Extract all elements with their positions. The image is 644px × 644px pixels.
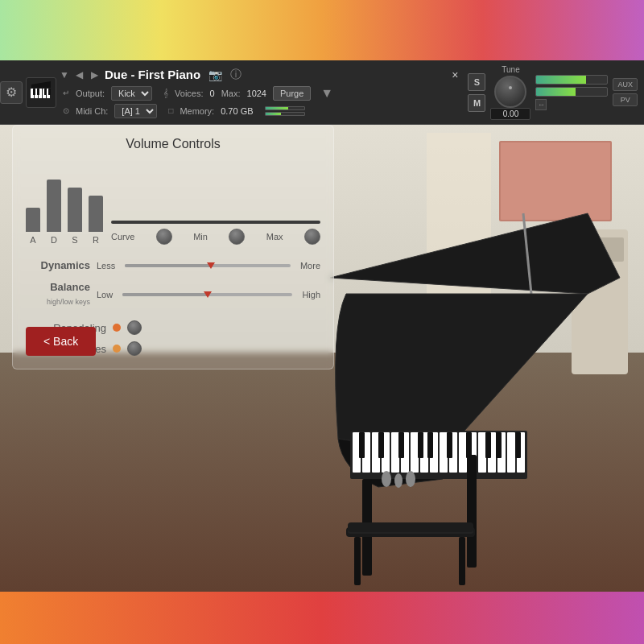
svg-point-43	[406, 471, 415, 487]
voices-value: 0	[210, 89, 215, 98]
svg-rect-27	[398, 432, 404, 458]
pv-button[interactable]: PV	[613, 93, 638, 106]
svg-rect-25	[359, 432, 365, 458]
svg-rect-20	[478, 432, 486, 473]
curve-display[interactable]	[111, 221, 320, 224]
dynamics-section: Dynamics Less More Balance high/low keys…	[26, 259, 320, 308]
instrument-thumbnail[interactable]	[26, 77, 56, 108]
toolbar-row1: ▼ ◀ ▶ Due - First Piano 📷 ⓘ ×	[60, 67, 468, 83]
balance-high-label: High	[302, 290, 320, 299]
panel-title: Volume Controls	[26, 137, 320, 151]
svg-rect-53	[44, 89, 47, 95]
dropdown-arrow[interactable]: ▼	[60, 69, 69, 80]
close-button[interactable]: ×	[447, 67, 463, 83]
curve-bars-container	[111, 221, 320, 224]
svg-rect-16	[440, 432, 448, 473]
settings-icon[interactable]: ⚙	[0, 81, 23, 104]
svg-rect-26	[378, 432, 384, 458]
svg-rect-28	[418, 432, 423, 458]
svg-rect-40	[459, 537, 465, 585]
balance-low-label: Low	[97, 290, 113, 299]
svg-rect-29	[427, 432, 433, 458]
curve-label: Curve	[111, 232, 134, 242]
max-knob[interactable]	[304, 229, 320, 245]
max-label: Max	[266, 232, 283, 242]
svg-rect-30	[447, 432, 452, 458]
svg-rect-18	[459, 432, 467, 473]
mute-button[interactable]: M	[468, 94, 485, 112]
sustain-label: S	[72, 235, 77, 245]
dynamics-more-label: More	[300, 261, 320, 270]
adsr-bars: A D S R	[26, 164, 103, 245]
volume-controls-panel: Volume Controls A D S R	[12, 125, 334, 369]
min-knob[interactable]	[229, 229, 245, 245]
svg-point-42	[394, 473, 402, 488]
curve-knob[interactable]	[156, 229, 172, 245]
instrument-title: Due - First Piano	[105, 68, 200, 81]
balance-label: Balance	[26, 281, 90, 293]
bottom-gradient-bar	[0, 592, 644, 644]
max-value: 1024	[247, 89, 266, 98]
memory-label: Memory:	[180, 106, 214, 116]
dynamics-row: Dynamics Less More	[26, 259, 320, 271]
decay-bar-wrap: D	[47, 180, 61, 245]
toolbar: ⚙ ▼ ◀ ▶ Due - First Piano	[0, 60, 644, 125]
release-label: R	[93, 235, 99, 245]
tune-value: 0.00	[490, 108, 530, 120]
purge-button[interactable]: Purge	[273, 86, 311, 101]
attack-bar[interactable]	[26, 208, 40, 232]
next-instrument-btn[interactable]: ▶	[89, 68, 100, 82]
output-select[interactable]: Kick	[111, 86, 152, 101]
sustain-bar[interactable]	[68, 188, 82, 232]
svg-rect-31	[466, 432, 472, 458]
svg-rect-54	[48, 89, 51, 95]
balance-row: Balance high/low keys Low High	[26, 281, 320, 308]
voices-label: Voices:	[175, 89, 203, 98]
svg-point-41	[382, 471, 391, 487]
svg-rect-13	[411, 432, 419, 473]
back-button[interactable]: < Back	[26, 327, 96, 356]
attack-bar-wrap: A	[26, 208, 40, 245]
attack-label: A	[30, 235, 35, 245]
decay-bar[interactable]	[47, 180, 61, 232]
adsr-section: A D S R	[26, 164, 320, 245]
balance-slider[interactable]	[122, 293, 292, 296]
top-gradient-bar	[0, 0, 644, 64]
sustain-bar-wrap: S	[68, 188, 82, 245]
toolbar-right: S M Tune 0.00 ↔ AUX PV	[468, 65, 644, 120]
prev-instrument-btn[interactable]: ◀	[74, 68, 85, 82]
svg-rect-44	[348, 522, 473, 532]
midi-label: Midi Ch:	[76, 106, 108, 116]
svg-rect-33	[496, 432, 502, 458]
balance-sublabel: high/low keys	[47, 298, 90, 306]
aux-button[interactable]: AUX	[613, 78, 638, 91]
toolbar-row3: ⊙ Midi Ch: [A] 1 □ Memory: 0.70 GB	[60, 104, 468, 118]
dynamics-slider[interactable]	[125, 264, 291, 267]
svg-rect-51	[33, 89, 35, 95]
overtones-knob[interactable]	[127, 341, 142, 356]
release-bar[interactable]	[89, 196, 103, 232]
decay-label: D	[51, 235, 57, 245]
tune-knob-wrap: Tune 0.00	[490, 65, 530, 120]
svg-rect-23	[507, 432, 515, 473]
repedaling-indicator	[113, 324, 121, 332]
aux-pv-btns: AUX PV	[613, 78, 638, 106]
release-bar-wrap: R	[89, 196, 103, 245]
svg-rect-1	[501, 142, 610, 220]
camera-icon[interactable]: 📷	[208, 68, 222, 81]
info-icon[interactable]: ⓘ	[230, 68, 242, 82]
repedaling-knob[interactable]	[127, 320, 142, 335]
tune-knob[interactable]	[494, 76, 526, 108]
tune-label: Tune	[502, 65, 519, 74]
max-label: Max:	[221, 89, 241, 98]
dynamics-less-label: Less	[97, 261, 115, 270]
svg-rect-11	[391, 432, 399, 473]
midi-select[interactable]: [A] 1	[114, 104, 157, 118]
output-label: Output:	[76, 89, 105, 98]
curve-min-max-row: Curve Min Max	[111, 229, 320, 245]
dynamics-label: Dynamics	[26, 259, 90, 271]
solo-button[interactable]: S	[468, 73, 485, 91]
svg-rect-52	[37, 89, 39, 95]
app-wrapper: ⚙ ▼ ◀ ▶ Due - First Piano	[0, 0, 644, 644]
svg-rect-39	[354, 537, 361, 585]
